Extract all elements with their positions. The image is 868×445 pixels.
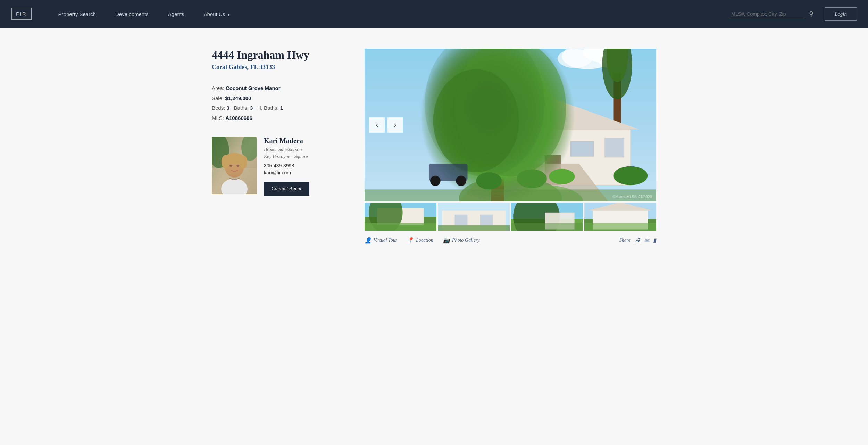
- thumbnail-4[interactable]: [584, 203, 656, 231]
- agent-title: Broker Salesperson: [264, 147, 309, 153]
- share-label: Share: [619, 238, 631, 243]
- login-button[interactable]: Login: [825, 7, 857, 21]
- nav-property-search[interactable]: Property Search: [49, 11, 106, 17]
- nav-developments[interactable]: Developments: [106, 11, 158, 17]
- location-icon: 📍: [407, 237, 414, 244]
- mls-label: MLS:: [212, 115, 224, 121]
- svg-rect-48: [365, 223, 436, 231]
- baths-label: Baths:: [234, 105, 249, 111]
- next-photo-button[interactable]: ›: [387, 117, 403, 133]
- agent-name: Kari Madera: [264, 137, 309, 145]
- nav-about-us[interactable]: About Us ▾: [194, 11, 240, 17]
- email-icon[interactable]: ✉: [644, 237, 649, 244]
- svg-point-35: [433, 69, 519, 172]
- svg-point-37: [517, 169, 547, 188]
- property-address-line2: Coral Gables, FL 33133: [212, 64, 344, 71]
- sale-value: $1,249,000: [225, 95, 251, 101]
- search-input[interactable]: [728, 10, 805, 18]
- beds-label: Beds:: [212, 105, 225, 111]
- mls-row: MLS: A10860606: [212, 113, 344, 123]
- sale-row: Sale: $1,249,000: [212, 93, 344, 104]
- logo[interactable]: FIR: [11, 8, 32, 20]
- location-label: Location: [416, 238, 433, 243]
- agent-email: kari@fir.com: [264, 170, 309, 175]
- photo-watermark: ©Miami MLS® 07/2020: [612, 195, 652, 199]
- nav-links: Property Search Developments Agents Abou…: [49, 11, 728, 17]
- prev-photo-button[interactable]: ‹: [369, 117, 385, 133]
- svg-point-14: [558, 49, 592, 68]
- specs-row: Beds: 3 Baths: 3 H. Baths: 1: [212, 103, 344, 113]
- about-us-dropdown-icon: ▾: [228, 13, 230, 17]
- baths-value: 3: [250, 105, 253, 111]
- svg-point-38: [549, 169, 575, 184]
- svg-point-36: [476, 172, 502, 189]
- svg-rect-62: [584, 223, 656, 231]
- sale-label: Sale:: [212, 95, 224, 101]
- facebook-icon[interactable]: ▮: [653, 237, 656, 244]
- svg-point-39: [613, 166, 648, 185]
- contact-agent-button[interactable]: Contact Agent: [264, 182, 309, 196]
- agent-photo: [212, 137, 257, 194]
- svg-point-41: [430, 176, 441, 186]
- agent-office: Key Biscayne - Square: [264, 154, 309, 159]
- share-section: Share 🖨 ✉ ▮: [619, 237, 656, 244]
- agent-info: Kari Madera Broker Salesperson Key Bisca…: [264, 137, 309, 196]
- svg-point-42: [456, 176, 466, 186]
- area-value: Coconut Grove Manor: [226, 85, 281, 91]
- area-label: Area:: [212, 85, 224, 91]
- bottom-toolbar: 👤 Virtual Tour 📍 Location 📷 Photo Galler…: [365, 235, 656, 246]
- svg-point-9: [229, 165, 232, 167]
- svg-rect-58: [511, 223, 583, 231]
- photo-gallery-label: Photo Gallery: [452, 238, 480, 243]
- property-address-line1: 4444 Ingraham Hwy: [212, 49, 344, 61]
- virtual-tour-label: Virtual Tour: [374, 238, 397, 243]
- hbaths-value: 1: [280, 105, 283, 111]
- search-icon[interactable]: ⚲: [809, 10, 813, 18]
- svg-rect-52: [455, 215, 468, 225]
- nav-search-area: ⚲ Login: [728, 7, 857, 21]
- print-icon[interactable]: 🖨: [635, 237, 640, 244]
- main-photo: ‹ › ©Miami MLS® 07/2020: [365, 49, 656, 201]
- mls-value: A10860606: [225, 115, 252, 121]
- svg-rect-24: [570, 141, 594, 156]
- photo-gallery-icon: 📷: [443, 237, 450, 244]
- agent-card: Kari Madera Broker Salesperson Key Bisca…: [212, 137, 344, 196]
- svg-point-7: [222, 155, 230, 169]
- svg-point-10: [236, 165, 239, 167]
- svg-rect-25: [605, 138, 624, 157]
- nav-agents[interactable]: Agents: [158, 11, 194, 17]
- svg-rect-53: [480, 215, 493, 225]
- right-panel: ‹ › ©Miami MLS® 07/2020: [365, 49, 656, 246]
- area-row: Area: Coconut Grove Manor: [212, 83, 344, 93]
- hbaths-label: H. Baths:: [257, 105, 279, 111]
- main-content: 4444 Ingraham Hwy Coral Gables, FL 33133…: [191, 49, 677, 246]
- navbar: FIR Property Search Developments Agents …: [0, 0, 868, 28]
- virtual-tour-link[interactable]: 👤 Virtual Tour: [365, 237, 397, 244]
- thumbnail-2[interactable]: [438, 203, 510, 231]
- location-link[interactable]: 📍 Location: [407, 237, 433, 244]
- virtual-tour-icon: 👤: [365, 237, 372, 244]
- thumbnails: [365, 203, 656, 231]
- left-panel: 4444 Ingraham Hwy Coral Gables, FL 33133…: [212, 49, 344, 196]
- thumbnail-3[interactable]: [511, 203, 583, 231]
- svg-rect-51: [438, 225, 510, 231]
- photo-gallery-link[interactable]: 📷 Photo Gallery: [443, 237, 480, 244]
- beds-value: 3: [227, 105, 229, 111]
- thumbnail-1[interactable]: [365, 203, 436, 231]
- agent-phone: 305-439-3998: [264, 163, 309, 168]
- svg-point-8: [239, 155, 247, 169]
- property-details: Area: Coconut Grove Manor Sale: $1,249,0…: [212, 83, 344, 123]
